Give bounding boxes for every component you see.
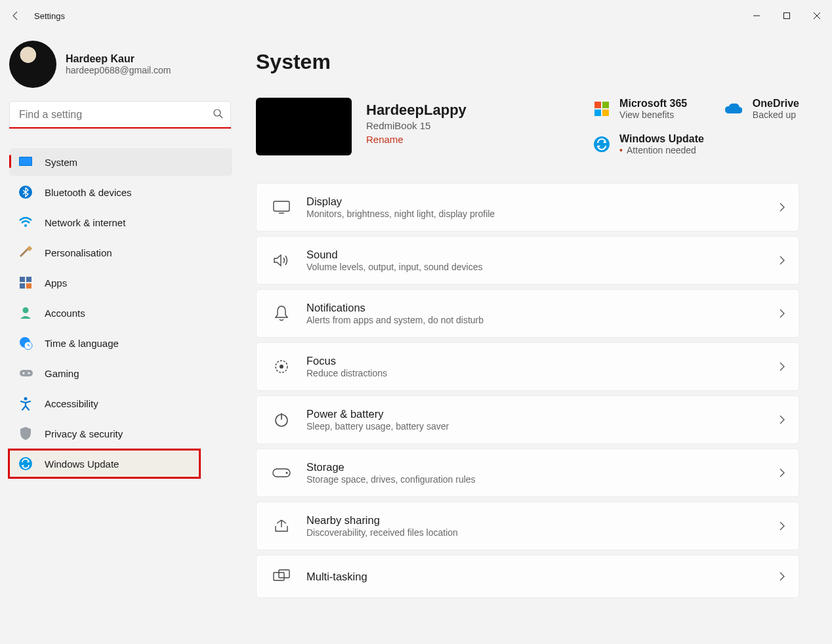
setting-name: Power & battery (306, 408, 763, 420)
sidebar-item-time-language[interactable]: Time & language (9, 329, 232, 357)
accessibility-icon (18, 396, 33, 411)
bluetooth-icon (18, 185, 33, 199)
setting-name: Sound (306, 249, 763, 261)
sidebar-item-privacy[interactable]: Privacy & security (9, 420, 232, 447)
sidebar-item-personalisation[interactable]: Personalisation (9, 239, 232, 266)
svg-line-3 (220, 115, 222, 118)
focus-icon (272, 357, 291, 376)
setting-name: Notifications (306, 302, 763, 314)
setting-desc: Discoverability, received files location (306, 527, 763, 538)
setting-power[interactable]: Power & battery Sleep, battery usage, ba… (256, 395, 799, 444)
setting-storage[interactable]: Storage Storage space, drives, configura… (256, 449, 799, 497)
apps-icon (18, 275, 33, 290)
chevron-right-icon (779, 202, 785, 212)
sidebar-item-label: Network & internet (45, 217, 125, 228)
svg-rect-1 (784, 13, 790, 19)
svg-rect-10 (26, 277, 31, 282)
close-button[interactable] (802, 5, 832, 26)
user-email: hardeep0688@gmail.com (66, 65, 171, 75)
device-model: RedmiBook 15 (366, 120, 467, 131)
sidebar-item-accounts[interactable]: Accounts (9, 299, 232, 327)
card-sub: View benefits (619, 110, 687, 120)
bell-icon (272, 304, 291, 323)
chevron-right-icon (779, 414, 785, 425)
ms365-icon (593, 100, 610, 117)
svg-point-2 (214, 110, 220, 116)
nav-list: System Bluetooth & devices Network & int… (9, 148, 232, 477)
setting-name: Multi-tasking (306, 571, 763, 583)
setting-notifications[interactable]: Notifications Alerts from apps and syste… (256, 289, 799, 338)
card-windows-update[interactable]: Windows Update Attention needed (593, 133, 704, 155)
svg-point-7 (24, 224, 27, 227)
setting-desc: Volume levels, output, input, sound devi… (306, 262, 763, 272)
svg-rect-23 (594, 110, 601, 116)
maximize-button[interactable] (772, 5, 802, 26)
setting-nearby-sharing[interactable]: Nearby sharing Discoverability, received… (256, 502, 799, 550)
settings-list: Display Monitors, brightness, night ligh… (256, 183, 799, 598)
cloud-icon (724, 102, 743, 116)
setting-name: Display (306, 195, 763, 208)
card-microsoft365[interactable]: Microsoft 365 View benefits (593, 98, 704, 120)
search-icon (213, 108, 223, 119)
sidebar-item-label: Accessibility (45, 398, 98, 409)
back-button[interactable] (9, 9, 22, 22)
minimize-button[interactable] (741, 5, 772, 26)
sidebar-item-system[interactable]: System (9, 148, 232, 176)
chevron-right-icon (779, 255, 785, 266)
avatar (9, 41, 56, 88)
setting-focus[interactable]: Focus Reduce distractions (256, 342, 799, 391)
sidebar-item-label: Apps (45, 277, 67, 289)
setting-desc: Alerts from apps and system, do not dist… (306, 315, 763, 325)
setting-display[interactable]: Display Monitors, brightness, night ligh… (256, 183, 799, 231)
svg-point-17 (23, 372, 25, 374)
sidebar-item-apps[interactable]: Apps (9, 269, 232, 296)
setting-multitasking[interactable]: Multi-tasking (256, 555, 799, 598)
wifi-icon (18, 215, 33, 230)
gamepad-icon (18, 366, 33, 380)
setting-name: Storage (306, 461, 763, 473)
page-title: System (256, 50, 799, 74)
svg-rect-21 (594, 102, 601, 108)
rename-link[interactable]: Rename (366, 134, 404, 145)
sound-icon (272, 251, 291, 270)
search-input[interactable] (9, 101, 231, 127)
card-title: Microsoft 365 (619, 98, 687, 110)
chevron-right-icon (779, 468, 785, 478)
setting-desc: Reduce distractions (306, 368, 763, 378)
device-block: HardeepLappy RedmiBook 15 Rename (256, 98, 467, 155)
globe-clock-icon (18, 336, 33, 350)
sidebar-item-accessibility[interactable]: Accessibility (9, 390, 232, 417)
sidebar-item-gaming[interactable]: Gaming (9, 359, 232, 387)
sidebar-item-label: Privacy & security (45, 428, 123, 439)
app-title: Settings (34, 11, 65, 21)
sidebar-item-label: System (45, 157, 77, 168)
storage-icon (272, 464, 291, 482)
power-icon (272, 411, 291, 429)
device-name: HardeepLappy (366, 102, 467, 119)
sync-icon (18, 456, 33, 471)
sidebar-item-label: Personalisation (45, 247, 112, 258)
setting-name: Nearby sharing (306, 514, 763, 527)
sidebar: Hardeep Kaur hardeep0688@gmail.com Syste… (0, 31, 238, 644)
sidebar-item-network[interactable]: Network & internet (9, 209, 232, 236)
sidebar-item-label: Windows Update (45, 458, 119, 470)
sidebar-item-label: Bluetooth & devices (45, 187, 132, 198)
user-name: Hardeep Kaur (66, 53, 171, 65)
svg-rect-22 (602, 102, 609, 108)
chevron-right-icon (779, 521, 785, 531)
svg-rect-9 (20, 277, 25, 282)
chevron-right-icon (779, 361, 785, 372)
card-onedrive[interactable]: OneDrive Backed up (724, 98, 799, 120)
svg-point-33 (286, 472, 288, 474)
svg-rect-12 (26, 283, 31, 289)
sidebar-item-label: Accounts (45, 308, 85, 319)
titlebar: Settings (0, 0, 832, 31)
user-profile[interactable]: Hardeep Kaur hardeep0688@gmail.com (9, 41, 232, 88)
setting-desc: Storage space, drives, configuration rul… (306, 474, 763, 485)
card-title: Windows Update (619, 133, 704, 145)
svg-rect-16 (20, 370, 33, 376)
sidebar-item-bluetooth[interactable]: Bluetooth & devices (9, 178, 232, 206)
sidebar-item-windows-update[interactable]: Windows Update (9, 450, 199, 477)
setting-sound[interactable]: Sound Volume levels, output, input, soun… (256, 236, 799, 285)
search-box[interactable] (9, 101, 231, 129)
